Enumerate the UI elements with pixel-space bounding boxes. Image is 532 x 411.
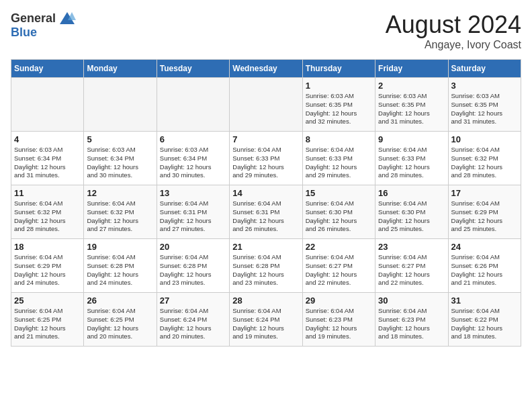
- calendar-cell: 1Sunrise: 6:03 AM Sunset: 6:35 PM Daylig…: [302, 78, 375, 132]
- calendar-cell: 30Sunrise: 6:04 AM Sunset: 6:23 PM Dayli…: [375, 293, 448, 347]
- day-number: 25: [14, 295, 81, 306]
- day-info: Sunrise: 6:04 AM Sunset: 6:33 PM Dayligh…: [378, 146, 445, 180]
- calendar-cell: 15Sunrise: 6:04 AM Sunset: 6:30 PM Dayli…: [302, 185, 375, 239]
- day-info: Sunrise: 6:04 AM Sunset: 6:26 PM Dayligh…: [451, 253, 518, 287]
- header-row: SundayMondayTuesdayWednesdayThursdayFrid…: [11, 60, 521, 78]
- calendar-cell: 3Sunrise: 6:03 AM Sunset: 6:35 PM Daylig…: [448, 78, 521, 132]
- header-day-wednesday: Wednesday: [230, 60, 302, 78]
- calendar-cell: 7Sunrise: 6:04 AM Sunset: 6:33 PM Daylig…: [230, 132, 302, 185]
- day-number: 8: [306, 134, 372, 144]
- day-number: 28: [232, 295, 299, 306]
- day-number: 17: [451, 188, 518, 198]
- day-number: 12: [87, 188, 153, 198]
- header-day-tuesday: Tuesday: [157, 60, 229, 78]
- day-info: Sunrise: 6:04 AM Sunset: 6:22 PM Dayligh…: [451, 307, 518, 341]
- calendar-cell: 27Sunrise: 6:04 AM Sunset: 6:24 PM Dayli…: [157, 293, 229, 347]
- calendar-week-1: 4Sunrise: 6:03 AM Sunset: 6:34 PM Daylig…: [11, 132, 521, 185]
- calendar-cell: 17Sunrise: 6:04 AM Sunset: 6:29 PM Dayli…: [448, 185, 521, 239]
- calendar-cell: 22Sunrise: 6:04 AM Sunset: 6:27 PM Dayli…: [302, 239, 375, 293]
- title-area: August 2024 Angaye, Ivory Coast: [386, 11, 521, 51]
- day-info: Sunrise: 6:04 AM Sunset: 6:33 PM Dayligh…: [306, 146, 372, 180]
- day-number: 19: [87, 242, 153, 252]
- day-info: Sunrise: 6:04 AM Sunset: 6:28 PM Dayligh…: [160, 253, 226, 287]
- day-info: Sunrise: 6:03 AM Sunset: 6:35 PM Dayligh…: [306, 92, 372, 126]
- calendar-cell: 5Sunrise: 6:03 AM Sunset: 6:34 PM Daylig…: [84, 132, 157, 185]
- day-info: Sunrise: 6:04 AM Sunset: 6:27 PM Dayligh…: [306, 253, 372, 287]
- day-info: Sunrise: 6:04 AM Sunset: 6:32 PM Dayligh…: [87, 199, 153, 234]
- day-number: 10: [451, 134, 518, 144]
- day-info: Sunrise: 6:04 AM Sunset: 6:28 PM Dayligh…: [232, 253, 299, 287]
- day-info: Sunrise: 6:04 AM Sunset: 6:31 PM Dayligh…: [232, 199, 299, 234]
- day-number: 30: [378, 295, 445, 306]
- header-day-monday: Monday: [84, 60, 157, 78]
- calendar-cell: 14Sunrise: 6:04 AM Sunset: 6:31 PM Dayli…: [230, 185, 302, 239]
- day-number: 3: [451, 81, 518, 91]
- day-info: Sunrise: 6:04 AM Sunset: 6:29 PM Dayligh…: [451, 199, 518, 234]
- calendar-cell: 18Sunrise: 6:04 AM Sunset: 6:29 PM Dayli…: [11, 239, 84, 293]
- calendar-cell: [84, 78, 157, 132]
- calendar-week-2: 11Sunrise: 6:04 AM Sunset: 6:32 PM Dayli…: [11, 185, 521, 239]
- calendar-cell: 12Sunrise: 6:04 AM Sunset: 6:32 PM Dayli…: [84, 185, 157, 239]
- calendar-cell: 9Sunrise: 6:04 AM Sunset: 6:33 PM Daylig…: [375, 132, 448, 185]
- calendar-cell: 29Sunrise: 6:04 AM Sunset: 6:23 PM Dayli…: [302, 293, 375, 347]
- day-info: Sunrise: 6:04 AM Sunset: 6:27 PM Dayligh…: [378, 253, 445, 287]
- day-info: Sunrise: 6:04 AM Sunset: 6:23 PM Dayligh…: [306, 307, 372, 341]
- calendar-table: SundayMondayTuesdayWednesdayThursdayFrid…: [11, 59, 521, 347]
- calendar-cell: 19Sunrise: 6:04 AM Sunset: 6:28 PM Dayli…: [84, 239, 157, 293]
- day-number: 15: [306, 188, 372, 198]
- header-day-friday: Friday: [375, 60, 448, 78]
- day-number: 31: [451, 295, 518, 306]
- day-number: 23: [378, 242, 445, 252]
- calendar-cell: 21Sunrise: 6:04 AM Sunset: 6:28 PM Dayli…: [230, 239, 302, 293]
- day-info: Sunrise: 6:04 AM Sunset: 6:25 PM Dayligh…: [14, 307, 81, 341]
- day-info: Sunrise: 6:03 AM Sunset: 6:34 PM Dayligh…: [87, 146, 153, 180]
- calendar-cell: [157, 78, 229, 132]
- day-info: Sunrise: 6:04 AM Sunset: 6:23 PM Dayligh…: [378, 307, 445, 341]
- day-info: Sunrise: 6:03 AM Sunset: 6:35 PM Dayligh…: [378, 92, 445, 126]
- day-number: 14: [232, 188, 299, 198]
- day-number: 18: [14, 242, 81, 252]
- day-info: Sunrise: 6:04 AM Sunset: 6:25 PM Dayligh…: [87, 307, 153, 341]
- day-info: Sunrise: 6:03 AM Sunset: 6:34 PM Dayligh…: [14, 146, 81, 180]
- calendar-week-0: 1Sunrise: 6:03 AM Sunset: 6:35 PM Daylig…: [11, 78, 521, 132]
- day-number: 1: [306, 81, 372, 91]
- calendar-cell: 31Sunrise: 6:04 AM Sunset: 6:22 PM Dayli…: [448, 293, 521, 347]
- day-info: Sunrise: 6:04 AM Sunset: 6:30 PM Dayligh…: [306, 199, 372, 234]
- calendar-cell: 24Sunrise: 6:04 AM Sunset: 6:26 PM Dayli…: [448, 239, 521, 293]
- header-day-saturday: Saturday: [448, 60, 521, 78]
- day-info: Sunrise: 6:04 AM Sunset: 6:31 PM Dayligh…: [160, 199, 226, 234]
- day-info: Sunrise: 6:04 AM Sunset: 6:33 PM Dayligh…: [232, 146, 299, 180]
- calendar-cell: 8Sunrise: 6:04 AM Sunset: 6:33 PM Daylig…: [302, 132, 375, 185]
- header-day-sunday: Sunday: [11, 60, 84, 78]
- day-number: 7: [232, 134, 299, 144]
- calendar-cell: 13Sunrise: 6:04 AM Sunset: 6:31 PM Dayli…: [157, 185, 229, 239]
- day-number: 27: [160, 295, 226, 306]
- calendar-cell: 20Sunrise: 6:04 AM Sunset: 6:28 PM Dayli…: [157, 239, 229, 293]
- calendar-cell: 4Sunrise: 6:03 AM Sunset: 6:34 PM Daylig…: [11, 132, 84, 185]
- calendar-cell: [11, 78, 84, 132]
- calendar-cell: 2Sunrise: 6:03 AM Sunset: 6:35 PM Daylig…: [375, 78, 448, 132]
- logo-blue-text: Blue: [11, 26, 37, 40]
- calendar-cell: 11Sunrise: 6:04 AM Sunset: 6:32 PM Dayli…: [11, 185, 84, 239]
- calendar-header: SundayMondayTuesdayWednesdayThursdayFrid…: [11, 60, 521, 78]
- day-info: Sunrise: 6:04 AM Sunset: 6:24 PM Dayligh…: [160, 307, 226, 341]
- calendar-body: 1Sunrise: 6:03 AM Sunset: 6:35 PM Daylig…: [11, 78, 521, 347]
- day-number: 21: [232, 242, 299, 252]
- day-number: 9: [378, 134, 445, 144]
- day-number: 5: [87, 134, 153, 144]
- day-number: 6: [160, 134, 226, 144]
- day-number: 13: [160, 188, 226, 198]
- day-number: 26: [87, 295, 153, 306]
- calendar-cell: 6Sunrise: 6:03 AM Sunset: 6:34 PM Daylig…: [157, 132, 229, 185]
- calendar-cell: [230, 78, 302, 132]
- day-info: Sunrise: 6:04 AM Sunset: 6:32 PM Dayligh…: [451, 146, 518, 180]
- day-number: 16: [378, 188, 445, 198]
- calendar-cell: 26Sunrise: 6:04 AM Sunset: 6:25 PM Dayli…: [84, 293, 157, 347]
- day-number: 20: [160, 242, 226, 252]
- calendar-cell: 28Sunrise: 6:04 AM Sunset: 6:24 PM Dayli…: [230, 293, 302, 347]
- logo-icon: [58, 11, 76, 26]
- calendar-cell: 16Sunrise: 6:04 AM Sunset: 6:30 PM Dayli…: [375, 185, 448, 239]
- calendar-cell: 10Sunrise: 6:04 AM Sunset: 6:32 PM Dayli…: [448, 132, 521, 185]
- day-info: Sunrise: 6:04 AM Sunset: 6:28 PM Dayligh…: [87, 253, 153, 287]
- day-info: Sunrise: 6:04 AM Sunset: 6:30 PM Dayligh…: [378, 199, 445, 234]
